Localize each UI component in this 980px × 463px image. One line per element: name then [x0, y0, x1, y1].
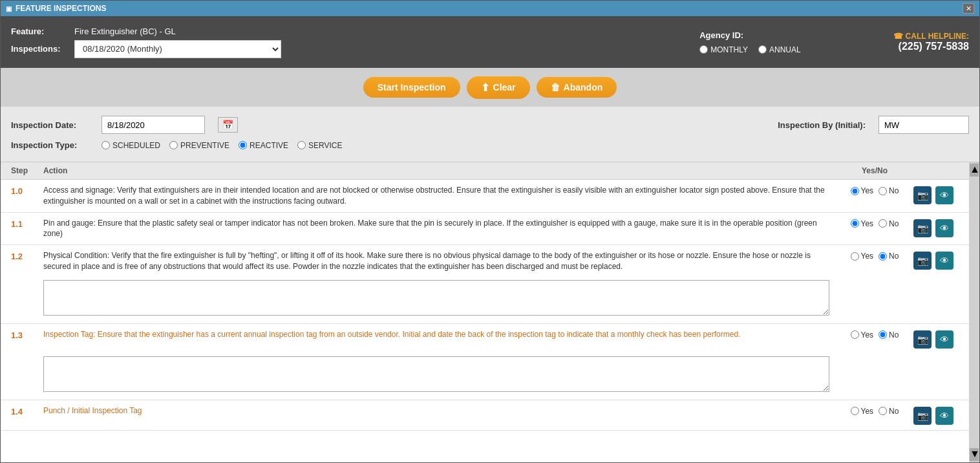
action-1-0: Access and signage: Verify that extingui… [43, 185, 836, 207]
yes-radio-1-0[interactable]: Yes [851, 186, 874, 195]
action-1-2: Physical Condition: Verify that the fire… [43, 250, 836, 272]
eye-button-1-4[interactable]: 👁 [935, 407, 953, 425]
yesno-1-3: Yes No [836, 329, 913, 339]
col-header-action: Action [43, 166, 836, 175]
calendar-button[interactable]: 📅 [218, 117, 238, 133]
scroll-up-button[interactable]: ▲ [970, 164, 979, 177]
col-header-yesno: Yes/No [836, 166, 913, 175]
inspection-form: Inspection Date: 📅 Inspection By (Initia… [1, 107, 979, 162]
inspection-steps-table: 1.0 Access and signage: Verify that exti… [1, 180, 969, 462]
helpline-section: ☎ CALL HELPLINE: (225) 757-5838 [893, 32, 969, 52]
radio-annual[interactable]: ANNUAL [758, 45, 801, 54]
feature-value: Fire Extinguisher (BC) - GL [74, 27, 176, 36]
table-row: 1.3 Inspection Tag: Ensure that the exti… [1, 324, 969, 400]
icons-1-0: 📷 👁 [913, 185, 959, 204]
yes-radio-1-2[interactable]: Yes [851, 252, 874, 261]
header-left: Feature: Fire Extinguisher (BC) - GL Ins… [11, 27, 687, 58]
feature-label: Feature: [11, 27, 69, 36]
no-radio-1-3[interactable]: No [879, 330, 899, 339]
yes-radio-1-3[interactable]: Yes [851, 330, 874, 339]
step-1-3: 1.3 [11, 329, 43, 340]
action-1-4: Punch / Initial Inspection Tag [43, 405, 836, 416]
inspection-date-input[interactable] [101, 116, 205, 134]
content-area: Step Action Yes/No 1.0 Access and signag… [1, 162, 969, 462]
radio-scheduled[interactable]: SCHEDULED [101, 141, 160, 150]
no-radio-1-4[interactable]: No [879, 407, 899, 416]
icons-1-1: 📷 👁 [913, 218, 959, 237]
eye-button-1-1[interactable]: 👁 [935, 219, 953, 237]
yesno-1-2: Yes No [836, 250, 913, 261]
scroll-down-button[interactable]: ▼ [970, 448, 979, 461]
eye-button-1-2[interactable]: 👁 [935, 252, 953, 270]
yesno-1-4: Yes No [836, 405, 913, 416]
window-icon: ▣ [6, 5, 12, 12]
no-radio-1-0[interactable]: No [879, 186, 899, 195]
table-row: 1.4 Punch / Initial Inspection Tag Yes N… [1, 400, 969, 431]
camera-button-1-0[interactable]: 📷 [913, 186, 932, 204]
toolbar: Start Inspection ⬆ Clear 🗑 Abandon [1, 68, 979, 107]
action-1-1: Pin and gauge: Ensure that the plastic s… [43, 218, 836, 240]
camera-button-1-2[interactable]: 📷 [913, 252, 932, 270]
yesno-1-0: Yes No [836, 185, 913, 195]
yes-radio-1-4[interactable]: Yes [851, 407, 874, 416]
inspection-type-label: Inspection Type: [11, 140, 89, 150]
yes-radio-1-1[interactable]: Yes [851, 219, 874, 228]
inspection-by-label: Inspection By (Initial): [749, 120, 866, 130]
col-header-step: Step [11, 166, 43, 175]
notes-textarea-1-3[interactable] [43, 356, 829, 392]
table-row: 1.0 Access and signage: Verify that exti… [1, 180, 969, 213]
helpline-label: ☎ CALL HELPLINE: [893, 32, 969, 41]
helpline-number: (225) 757-5838 [893, 41, 969, 52]
table-row: 1.2 Physical Condition: Verify that the … [1, 245, 969, 324]
radio-service[interactable]: SERVICE [297, 141, 342, 150]
action-1-3: Inspection Tag: Ensure that the extingui… [43, 329, 836, 340]
clear-button[interactable]: ⬆ Clear [467, 76, 530, 99]
camera-button-1-4[interactable]: 📷 [913, 407, 932, 425]
start-inspection-button[interactable]: Start Inspection [363, 77, 460, 98]
inspections-label: Inspections: [11, 44, 69, 54]
inspections-dropdown[interactable]: 08/18/2020 (Monthly) [74, 40, 281, 58]
abandon-button[interactable]: 🗑 Abandon [537, 77, 617, 98]
inspection-by-input[interactable] [879, 116, 969, 134]
scrollbar[interactable]: ▲ ▼ [969, 162, 979, 462]
radio-monthly[interactable]: MONTHLY [699, 45, 748, 54]
window-title: FEATURE INSPECTIONS [16, 4, 106, 13]
upload-icon: ⬆ [481, 81, 489, 94]
inspection-date-label: Inspection Date: [11, 120, 89, 130]
frequency-radio-group: MONTHLY ANNUAL [699, 45, 880, 54]
yesno-1-1: Yes No [836, 218, 913, 228]
radio-reactive[interactable]: REACTIVE [239, 141, 288, 150]
icons-1-2: 📷 👁 [913, 250, 959, 270]
table-row: 1.1 Pin and gauge: Ensure that the plast… [1, 213, 969, 246]
radio-preventive[interactable]: PREVENTIVE [169, 141, 229, 150]
close-button[interactable]: ✕ [963, 3, 974, 14]
main-content: Step Action Yes/No 1.0 Access and signag… [1, 162, 979, 462]
step-1-2: 1.2 [11, 250, 43, 261]
title-bar: ▣ FEATURE INSPECTIONS ✕ [1, 1, 979, 16]
header-middle: Agency ID: MONTHLY ANNUAL [699, 30, 880, 54]
eye-button-1-0[interactable]: 👁 [935, 186, 953, 204]
header-bar: Feature: Fire Extinguisher (BC) - GL Ins… [1, 16, 979, 68]
icons-1-4: 📷 👁 [913, 405, 959, 425]
step-1-0: 1.0 [11, 185, 43, 196]
eye-button-1-3[interactable]: 👁 [935, 330, 953, 349]
notes-textarea-1-2[interactable] [43, 280, 829, 316]
no-radio-1-2[interactable]: No [879, 252, 899, 261]
step-1-1: 1.1 [11, 218, 43, 229]
camera-button-1-1[interactable]: 📷 [913, 219, 932, 237]
no-radio-1-1[interactable]: No [879, 219, 899, 228]
trash-icon: 🗑 [551, 82, 560, 92]
table-header: Step Action Yes/No [1, 162, 969, 180]
camera-button-1-3[interactable]: 📷 [913, 330, 932, 349]
step-1-4: 1.4 [11, 405, 43, 416]
inspection-type-group: SCHEDULED PREVENTIVE REACTIVE SERVICE [101, 141, 343, 150]
icons-1-3: 📷 👁 [913, 329, 959, 349]
agency-id-label: Agency ID: [699, 30, 743, 40]
